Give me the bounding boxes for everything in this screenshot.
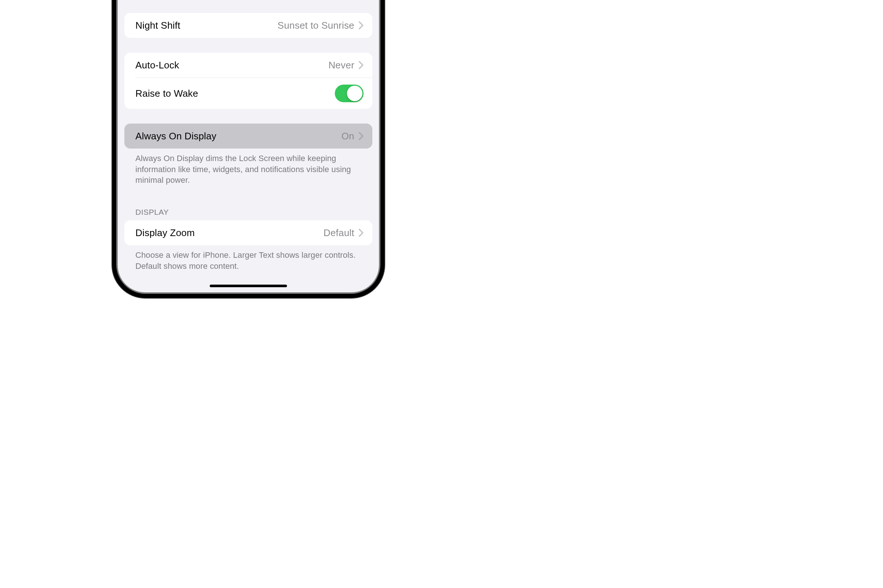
night-shift-value: Sunset to Sunrise: [278, 20, 354, 31]
night-shift-group: Night Shift Sunset to Sunrise: [125, 13, 372, 38]
always-on-display-row[interactable]: Always On Display On: [125, 123, 372, 148]
night-shift-row[interactable]: Night Shift Sunset to Sunrise: [125, 13, 372, 38]
auto-lock-value: Never: [329, 60, 354, 71]
chevron-right-icon: [359, 21, 363, 29]
toggle-knob: [347, 86, 362, 101]
chevron-right-icon: [359, 61, 363, 69]
phone-screen: Night Shift Sunset to Sunrise Auto-Lock: [118, 0, 379, 292]
always-on-display-footer: Always On Display dims the Lock Screen w…: [125, 148, 372, 186]
display-group: DISPLAY Display Zoom Default Choose a vi…: [125, 208, 372, 272]
always-on-display-label: Always On Display: [135, 130, 341, 142]
display-zoom-value: Default: [323, 227, 354, 238]
always-on-display-value: On: [341, 130, 354, 142]
phone-frame: Night Shift Sunset to Sunrise Auto-Lock: [112, 0, 384, 298]
auto-lock-row[interactable]: Auto-Lock Never: [125, 52, 372, 78]
raise-to-wake-row: Raise to Wake: [135, 78, 372, 109]
always-on-display-group: Always On Display On Always On Display d…: [125, 123, 372, 186]
chevron-right-icon: [359, 229, 363, 237]
phone-bezel: Night Shift Sunset to Sunrise Auto-Lock: [116, 0, 380, 294]
display-card: Display Zoom Default: [125, 220, 372, 245]
display-zoom-row[interactable]: Display Zoom Default: [125, 220, 372, 245]
display-zoom-footer: Choose a view for iPhone. Larger Text sh…: [125, 245, 372, 272]
night-shift-label: Night Shift: [135, 20, 278, 31]
raise-to-wake-toggle[interactable]: [335, 85, 363, 102]
chevron-right-icon: [359, 132, 363, 140]
lock-card: Auto-Lock Never Raise to Wake: [125, 52, 372, 109]
display-zoom-label: Display Zoom: [135, 227, 323, 238]
always-on-display-card: Always On Display On: [125, 123, 372, 148]
lock-group: Auto-Lock Never Raise to Wake: [125, 52, 372, 109]
settings-scroll-content: Night Shift Sunset to Sunrise Auto-Lock: [118, 13, 379, 292]
home-indicator[interactable]: [210, 285, 287, 287]
display-section-header: DISPLAY: [125, 208, 372, 220]
night-shift-card: Night Shift Sunset to Sunrise: [125, 13, 372, 38]
auto-lock-label: Auto-Lock: [135, 60, 329, 71]
raise-to-wake-label: Raise to Wake: [135, 88, 335, 99]
